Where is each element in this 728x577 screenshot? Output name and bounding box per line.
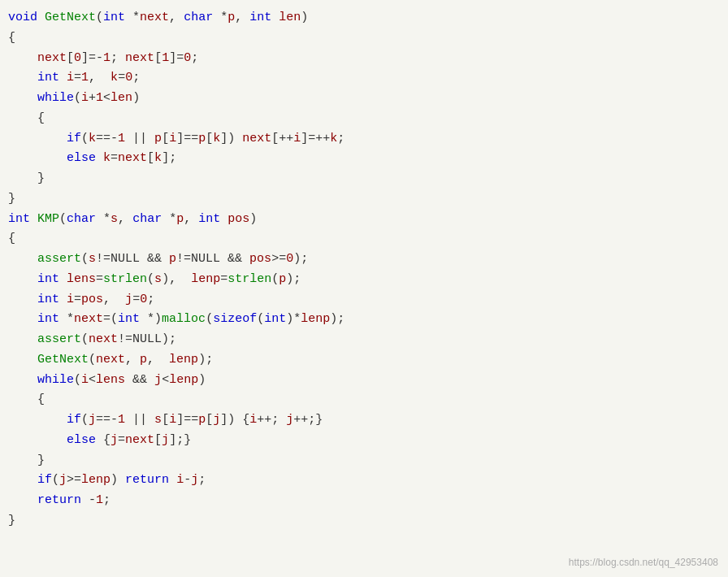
code-line-21: if(j==-1 || s[i]==p[j]) {i++; j++;} (0, 410, 728, 431)
code-line-25: return -1; (0, 491, 728, 511)
code-line-13: assert(s!=NULL && p!=NULL && pos>=0); (0, 249, 728, 270)
code-line-20: { (0, 390, 728, 410)
code-line-6: { (0, 109, 728, 129)
code-line-19: while(i<lens && j<lenp) (0, 371, 728, 391)
code-line-24: if(j>=lenp) return i-j; (0, 471, 728, 491)
code-line-4: int i=1, k=0; (0, 68, 728, 89)
code-line-17: assert(next!=NULL); (0, 330, 728, 350)
code-line-16: int *next=(int *)malloc(sizeof(int)*lenp… (0, 310, 728, 330)
code-line-22: else {j=next[j];} (0, 431, 728, 451)
code-line-8: else k=next[k]; (0, 149, 728, 169)
code-line-3: next[0]=-1; next[1]=0; (0, 49, 728, 69)
keyword-void: void (8, 8, 37, 28)
code-line-10: } (0, 189, 728, 210)
func-name-getnext: GetNext (45, 8, 96, 28)
code-line-18: GetNext(next, p, lenp); (0, 350, 728, 371)
code-line-15: int i=pos, j=0; (0, 290, 728, 310)
code-line-14: int lens=strlen(s), lenp=strlen(p); (0, 270, 728, 290)
code-line-26: } (0, 511, 728, 531)
code-line-1: void GetNext(int *next, char *p, int len… (0, 8, 728, 28)
code-line-11: int KMP(char *s, char *p, int pos) (0, 210, 728, 230)
code-line-23: } (0, 451, 728, 471)
code-line-9: } (0, 169, 728, 189)
code-container: void GetNext(int *next, char *p, int len… (0, 0, 728, 577)
code-line-7: if(k==-1 || p[i]==p[k]) next[++i]=++k; (0, 129, 728, 150)
code-line-5: while(i+1<len) (0, 89, 728, 109)
code-line-12: { (0, 229, 728, 249)
watermark: https://blog.csdn.net/qq_42953408 (569, 555, 718, 570)
code-line-2: { (0, 28, 728, 49)
